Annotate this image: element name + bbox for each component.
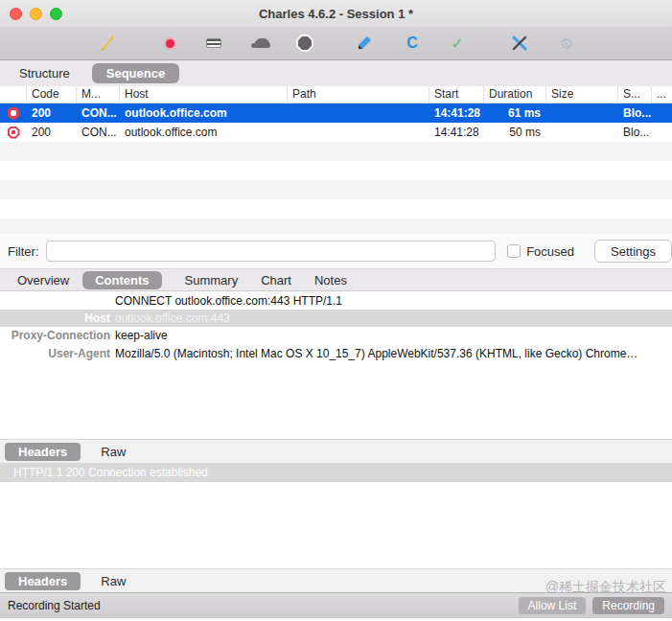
header-name: Host [0, 310, 110, 327]
cell-method: CON... [77, 123, 120, 142]
tab-raw[interactable]: Raw [101, 574, 126, 588]
tab-raw[interactable]: Raw [101, 445, 126, 459]
window-title: Charles 4.6.2 - Session 1 * [0, 7, 672, 21]
request-contents-pane: CONNECT outlook.office.com:443 HTTP/1.1 … [0, 291, 672, 439]
cell-duration: 61 ms [484, 104, 546, 123]
compose-icon[interactable] [353, 32, 376, 55]
header-name: Proxy-Connection [0, 327, 110, 345]
cell-host: outlook.office.com [120, 104, 288, 123]
throttle-icon[interactable] [202, 32, 225, 55]
validate-icon[interactable]: ✓ [446, 32, 469, 55]
cell-code: 200 [27, 104, 77, 123]
tab-summary[interactable]: Summary [185, 273, 239, 288]
column-method[interactable]: M... [77, 86, 120, 103]
allow-list-button[interactable]: Allow List [519, 597, 587, 614]
column-start[interactable]: Start [429, 86, 484, 103]
cell-start: 14:41:28 [429, 104, 484, 123]
close-button[interactable] [10, 8, 22, 20]
column-status[interactable]: S... [618, 86, 652, 103]
header-value: keep-alive [115, 327, 672, 345]
main-toolbar: C ✓ ⚙ [0, 27, 672, 60]
header-row-host[interactable]: Host outlook.office.com:443 [0, 310, 672, 327]
table-row[interactable]: 200 CON... outlook.office.com 14:41:28 5… [0, 123, 672, 142]
response-body-area [0, 482, 672, 568]
charles-window: Charles 4.6.2 - Session 1 * C ✓ ⚙ Struct… [0, 0, 672, 621]
header-value: Mozilla/5.0 (Macintosh; Intel Mac OS X 1… [115, 345, 672, 363]
request-line[interactable]: CONNECT outlook.office.com:443 HTTP/1.1 [0, 291, 672, 310]
tab-chart[interactable]: Chart [261, 273, 291, 288]
cell-duration: 50 ms [484, 123, 546, 142]
tab-sequence[interactable]: Sequence [92, 63, 179, 83]
zoom-button[interactable] [50, 8, 62, 20]
header-row-proxy-connection[interactable]: Proxy-Connection keep-alive [0, 327, 672, 345]
cell-host: outlook.office.com [120, 123, 288, 142]
status-bar: Recording Started Allow List Recording [0, 592, 672, 618]
ssl-lock-icon [8, 126, 20, 139]
clear-session-broom-icon[interactable] [97, 32, 120, 55]
header-value: outlook.office.com:443 [115, 310, 672, 327]
tab-headers[interactable]: Headers [5, 572, 81, 590]
filter-input[interactable] [46, 241, 497, 262]
empty-table-rows [0, 142, 672, 234]
response-status-line[interactable]: HTTP/1.1 200 Connection established [0, 463, 672, 482]
response-pane-tabs: Headers Raw [0, 568, 672, 592]
column-more[interactable]: ... [652, 86, 672, 103]
filter-bar: Filter: Focused Settings [0, 234, 672, 268]
traffic-lights [10, 8, 62, 20]
tab-structure[interactable]: Structure [19, 66, 70, 80]
ssl-lock-icon [8, 107, 20, 120]
cell-status: Blo... [618, 104, 652, 123]
filter-label: Filter: [8, 244, 39, 259]
table-header: Code M... Host Path Start Duration Size … [0, 86, 672, 104]
cell-status: Blo... [618, 123, 652, 142]
throttling-turtle-icon[interactable] [250, 32, 273, 55]
breakpoints-icon[interactable] [293, 32, 316, 55]
header-row-user-agent[interactable]: User-Agent Mozilla/5.0 (Macintosh; Intel… [0, 345, 672, 363]
focused-checkbox[interactable] [507, 244, 521, 258]
column-icon[interactable] [0, 86, 27, 103]
title-bar: Charles 4.6.2 - Session 1 * [0, 0, 672, 27]
request-pane-tabs: Headers Raw [0, 439, 672, 463]
settings-button[interactable]: Settings [594, 240, 672, 263]
detail-tab-strip: Overview Contents Summary Chart Notes [0, 268, 672, 291]
tab-contents[interactable]: Contents [82, 271, 161, 289]
cell-method: CON... [77, 104, 120, 123]
column-size[interactable]: Size [546, 86, 618, 103]
view-tab-strip: Structure Sequence [0, 60, 672, 86]
record-icon[interactable] [158, 32, 181, 55]
recording-button[interactable]: Recording [592, 597, 664, 614]
minimize-button[interactable] [30, 8, 42, 20]
column-path[interactable]: Path [288, 86, 429, 103]
header-name: User-Agent [0, 345, 110, 363]
column-host[interactable]: Host [120, 86, 288, 103]
repeat-icon[interactable]: C [401, 32, 424, 55]
cell-start: 14:41:28 [429, 123, 484, 142]
tab-headers[interactable]: Headers [5, 443, 81, 461]
column-duration[interactable]: Duration [484, 86, 546, 103]
tab-notes[interactable]: Notes [314, 273, 347, 288]
status-text: Recording Started [8, 599, 101, 612]
settings-gear-icon[interactable]: ⚙ [555, 32, 578, 55]
tab-overview[interactable]: Overview [17, 273, 69, 288]
focused-label: Focused [526, 244, 574, 259]
table-row[interactable]: 200 CON... outlook.office.com 14:41:28 6… [0, 104, 672, 123]
column-code[interactable]: Code [27, 86, 77, 103]
cell-code: 200 [27, 123, 77, 142]
status-buttons: Allow List Recording [519, 597, 664, 614]
tools-icon[interactable] [508, 32, 531, 55]
